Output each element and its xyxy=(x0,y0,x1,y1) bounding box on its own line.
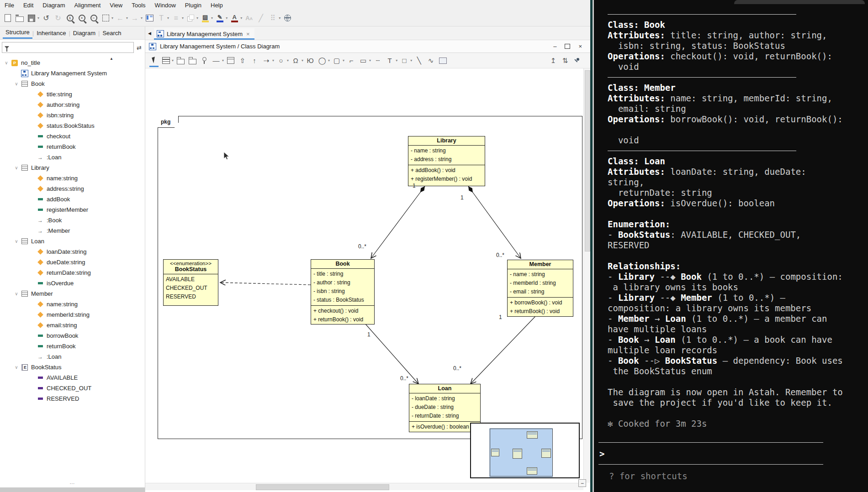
tree-item-email-string[interactable]: email:string xyxy=(0,320,143,330)
horizontal-scrollbar[interactable] xyxy=(145,483,583,490)
tab-structure[interactable]: Structure xyxy=(3,27,32,39)
diagonal-tool[interactable]: ╲ xyxy=(413,55,424,66)
uml-class-book[interactable]: Book- title : string- author : string- i… xyxy=(311,259,375,325)
grid-icon[interactable]: ⠿ xyxy=(267,13,278,24)
uml-class-member[interactable]: Member- name : string- memberId : string… xyxy=(507,260,573,317)
zoom-in-icon[interactable]: + xyxy=(76,13,87,24)
tree-item-book[interactable]: ∨Book xyxy=(0,79,143,89)
tree-item-isbn-string[interactable]: isbn:string xyxy=(0,110,143,120)
tree-item-checked-out[interactable]: CHECKED_OUT xyxy=(0,383,143,393)
tree-item-duedate-string[interactable]: dueDate:string xyxy=(0,257,143,267)
tree-item-addbook[interactable]: addBook xyxy=(0,194,143,204)
fill-color-icon[interactable]: ▨ xyxy=(200,13,211,24)
diagram-tab[interactable]: Library Management System × xyxy=(154,28,254,40)
package-import-tool[interactable] xyxy=(187,55,198,66)
menu-alignment[interactable]: Alignment xyxy=(69,1,105,10)
actor-tool[interactable]: Ю xyxy=(305,55,316,66)
sidebar-resize-handle[interactable]: ⋯ xyxy=(0,481,145,487)
menu-edit[interactable]: Edit xyxy=(19,1,38,10)
tree-item-reserved[interactable]: RESERVED xyxy=(0,393,143,404)
line-color-icon[interactable]: ✎ xyxy=(214,13,225,24)
tree-item-registermember[interactable]: registerMember xyxy=(0,204,143,215)
minimize-button[interactable]: – xyxy=(553,43,556,49)
tree-item-name-string[interactable]: name:string xyxy=(0,299,143,309)
distribute-icon[interactable]: ⇅ xyxy=(560,55,571,66)
curve-tool[interactable]: ∿ xyxy=(425,55,436,66)
diagram-canvas[interactable]: pkg Library- name : string- address : st… xyxy=(145,68,583,483)
tree-item--book[interactable]: →:Book xyxy=(0,215,143,225)
globe-icon[interactable] xyxy=(282,13,293,24)
menu-help[interactable]: Help xyxy=(206,1,228,10)
menu-plugin[interactable]: Plugin xyxy=(180,1,206,10)
text-position-icon[interactable]: T xyxy=(156,13,167,24)
realization-tool[interactable]: ↑ xyxy=(249,55,260,66)
tree-item-loan[interactable]: ∨Loan xyxy=(0,236,143,246)
open-icon[interactable] xyxy=(14,13,25,24)
expander-icon[interactable]: ∨ xyxy=(13,81,20,86)
font-color-icon[interactable]: A xyxy=(229,13,240,24)
panel-layout-icon[interactable] xyxy=(144,13,155,24)
tree-item-checkout[interactable]: checkout xyxy=(0,131,143,141)
tree-item--loan[interactable]: →:Loan xyxy=(0,152,143,162)
minimap-minimize-button[interactable]: − xyxy=(578,479,586,487)
close-button[interactable]: × xyxy=(578,43,582,49)
tab-close-icon[interactable]: × xyxy=(246,31,250,37)
tree-item-member[interactable]: ∨Member xyxy=(0,288,143,299)
tree-item-available[interactable]: AVAILABLE xyxy=(0,372,143,383)
tab-search[interactable]: Search xyxy=(100,28,124,38)
tab-inheritance[interactable]: Inheritance xyxy=(34,28,69,38)
tree-item-library-management-system[interactable]: Library Management System xyxy=(0,68,143,79)
tree-item-bookstatus[interactable]: ∨EBookStatus xyxy=(0,362,143,372)
tree-item-title-string[interactable]: title:string xyxy=(0,89,143,99)
tree-item-library[interactable]: ∨Library xyxy=(0,162,143,173)
rounded-rect-tool[interactable]: ▢ xyxy=(331,55,342,66)
state-tool[interactable]: ◯ xyxy=(317,55,328,66)
generalization-tool[interactable]: ⇧ xyxy=(237,55,248,66)
sort-toggle-icon[interactable]: ⇄ xyxy=(137,44,142,51)
menu-file[interactable]: File xyxy=(0,1,19,10)
vertical-scrollbar-thumb[interactable] xyxy=(585,70,590,251)
text-tool[interactable]: T xyxy=(384,55,395,66)
circle-tool[interactable]: ○ xyxy=(275,55,286,66)
font-size-icon[interactable]: AA xyxy=(243,13,254,24)
tree-item-status-bookstatus[interactable]: status:BookStatus xyxy=(0,120,143,131)
usecase-tool[interactable]: Ω xyxy=(290,55,301,66)
image-tool[interactable] xyxy=(437,55,448,66)
tree-item-name-string[interactable]: name:string xyxy=(0,173,143,183)
align-icon[interactable]: ≡ xyxy=(170,13,181,24)
line-tool[interactable]: — xyxy=(211,55,222,66)
tree-item--member[interactable]: →:Member xyxy=(0,225,143,236)
expander-icon[interactable]: ∨ xyxy=(3,60,10,65)
rect-tool[interactable]: ▭ xyxy=(358,55,369,66)
zoom-100-icon[interactable]: 1 xyxy=(64,13,75,24)
menu-tools[interactable]: Tools xyxy=(127,1,150,10)
undo-icon[interactable]: ↺ xyxy=(41,13,52,24)
terminal-panel[interactable]: Class: BookAttributes: title: string, au… xyxy=(593,0,868,492)
tree-item-returnbook[interactable]: returnBook xyxy=(0,341,143,351)
forward-icon[interactable]: → xyxy=(129,13,140,24)
package-tool[interactable] xyxy=(175,55,186,66)
stack-icon[interactable] xyxy=(185,13,196,24)
terminal-scrollbar[interactable] xyxy=(593,0,594,492)
fit-window-icon[interactable] xyxy=(100,13,111,24)
restore-button[interactable] xyxy=(565,44,570,49)
tree-item-returndate-string[interactable]: returnDate:string xyxy=(0,267,143,278)
select-tool[interactable] xyxy=(148,55,159,66)
connector-icon[interactable]: ╱ xyxy=(255,13,266,24)
class-tool[interactable] xyxy=(160,55,171,66)
tree-item-author-string[interactable]: author:string xyxy=(0,99,143,110)
zoom-out-icon[interactable]: − xyxy=(88,13,99,24)
corner-tool[interactable]: ⌐ xyxy=(346,55,357,66)
expander-icon[interactable]: ∨ xyxy=(13,365,20,370)
uml-class-library[interactable]: Library- name : string- address : string… xyxy=(408,136,485,186)
tree-item-isoverdue[interactable]: isOverdue xyxy=(0,278,143,288)
tab-scroll-left-button[interactable]: ◀ xyxy=(145,31,154,36)
tree-item-borrowbook[interactable]: borrowBook xyxy=(0,330,143,341)
tree-item-memberid-string[interactable]: memberId:string xyxy=(0,309,143,320)
pin-icon[interactable] xyxy=(572,55,582,66)
terminal-input-box[interactable]: > xyxy=(598,442,823,465)
tree-item-loandate-string[interactable]: loanDate:string xyxy=(0,246,143,257)
dependency-tool[interactable]: ⇢ xyxy=(261,55,272,66)
container-tool[interactable] xyxy=(225,55,236,66)
tree-item--loan[interactable]: →:Loan xyxy=(0,351,143,362)
